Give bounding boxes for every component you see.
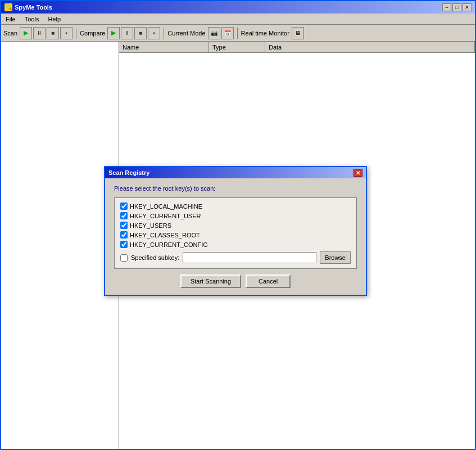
compare-stop-icon: ■: [139, 30, 142, 36]
current-mode-cam-button[interactable]: 📷: [208, 27, 220, 39]
cancel-button[interactable]: Cancel: [246, 274, 291, 288]
scan-label: Scan: [3, 30, 17, 37]
col-name-header: Name: [119, 42, 209, 52]
start-scanning-button[interactable]: Start Scanning: [180, 274, 241, 288]
maximize-button[interactable]: □: [452, 3, 461, 11]
app-icon: 🔍: [4, 3, 12, 11]
label-hkey-current-user: HKEY_CURRENT_USER: [130, 213, 201, 219]
dialog-title-bar: Scan Registry ✕: [105, 167, 366, 178]
checkbox-subkey[interactable]: [120, 254, 128, 262]
minimize-button[interactable]: –: [442, 3, 451, 11]
checkbox-row-current-user: HKEY_CURRENT_USER: [120, 212, 351, 219]
browse-button[interactable]: Browse: [320, 251, 351, 264]
col-type-header: Type: [209, 42, 265, 52]
title-bar-left: 🔍 SpyMe Tools: [4, 3, 52, 11]
col-data-header: Data: [265, 42, 475, 52]
checkbox-hkey-classes-root[interactable]: [120, 231, 128, 238]
current-mode-label: Current Mode: [167, 30, 205, 37]
dialog-body: Please select the root key(s) to scan: H…: [105, 178, 366, 295]
compare-stop2-icon: ▪: [153, 30, 156, 36]
scan-stop2-button[interactable]: ▪: [60, 27, 72, 39]
scan-registry-dialog: Scan Registry ✕ Please select the root k…: [104, 166, 367, 296]
checkbox-row-current-config: HKEY_CURRENT_CONFIG: [120, 241, 351, 248]
dialog-title: Scan Registry: [108, 169, 149, 176]
separator-2: [164, 28, 164, 39]
dialog-buttons: Start Scanning Cancel: [114, 274, 357, 288]
separator-3: [237, 28, 238, 39]
menu-tools[interactable]: Tools: [22, 15, 42, 23]
menu-help[interactable]: Help: [46, 15, 63, 23]
title-buttons: – □ ✕: [442, 3, 472, 11]
dialog-prompt: Please select the root key(s) to scan:: [114, 185, 357, 192]
stop-icon: ■: [51, 30, 55, 36]
toolbar: Scan ⏸ ■ ▪ Compare ⏸ ■ ▪ Current Mode 📷 …: [1, 25, 475, 42]
compare-stop2-button[interactable]: ▪: [148, 27, 160, 39]
compare-play-icon: [111, 29, 116, 37]
current-mode-cal-button[interactable]: 📅: [221, 27, 234, 39]
label-hkey-users: HKEY_USERS: [130, 222, 171, 229]
checkbox-row-classes-root: HKEY_CLASSES_ROOT: [120, 231, 351, 238]
compare-pause-button[interactable]: ⏸: [121, 27, 133, 39]
compare-stop-button[interactable]: ■: [134, 27, 147, 39]
realtime-button[interactable]: 🖥: [292, 27, 304, 39]
label-hkey-current-config: HKEY_CURRENT_CONFIG: [130, 241, 208, 248]
menu-bar: File Tools Help: [1, 14, 475, 25]
menu-file[interactable]: File: [3, 15, 18, 23]
compare-play-button[interactable]: [107, 27, 120, 39]
stop2-icon: ▪: [65, 30, 67, 36]
scan-stop-button[interactable]: ■: [47, 27, 59, 39]
subkey-label: Specified subkey:: [131, 254, 179, 261]
checkbox-row-users: HKEY_USERS: [120, 222, 351, 229]
compare-pause-icon: ⏸: [124, 30, 130, 36]
cam-icon: 📷: [211, 30, 217, 36]
separator-1: [76, 28, 76, 39]
scan-pause-button[interactable]: ⏸: [33, 27, 46, 39]
compare-label: Compare: [80, 30, 105, 37]
realtime-icon: 🖥: [295, 30, 301, 36]
realtime-label: Real time Monitor: [241, 30, 289, 37]
dialog-close-button[interactable]: ✕: [353, 169, 362, 177]
checkbox-row-local-machine: HKEY_LOCAL_MACHINE: [120, 202, 351, 210]
window-title: SpyMe Tools: [15, 4, 52, 11]
pause-icon: ⏸: [37, 30, 42, 36]
checkbox-hkey-users[interactable]: [120, 222, 128, 229]
close-window-button[interactable]: ✕: [463, 3, 472, 11]
checkbox-area: HKEY_LOCAL_MACHINE HKEY_CURRENT_USER HKE…: [114, 197, 357, 269]
subkey-input[interactable]: [183, 252, 316, 263]
title-bar: 🔍 SpyMe Tools – □ ✕: [1, 1, 475, 14]
label-hkey-local-machine: HKEY_LOCAL_MACHINE: [130, 203, 202, 210]
cal-icon: 📅: [224, 30, 231, 36]
subkey-row: Specified subkey: Browse: [120, 251, 351, 264]
left-panel-tree[interactable]: [1, 42, 119, 449]
table-header: Name Type Data: [119, 42, 475, 53]
play-icon: [24, 29, 28, 37]
checkbox-hkey-current-config[interactable]: [120, 241, 128, 248]
checkbox-hkey-local-machine[interactable]: [120, 202, 128, 210]
checkbox-hkey-current-user[interactable]: [120, 212, 128, 219]
scan-play-button[interactable]: [20, 27, 32, 39]
label-hkey-classes-root: HKEY_CLASSES_ROOT: [130, 232, 200, 238]
